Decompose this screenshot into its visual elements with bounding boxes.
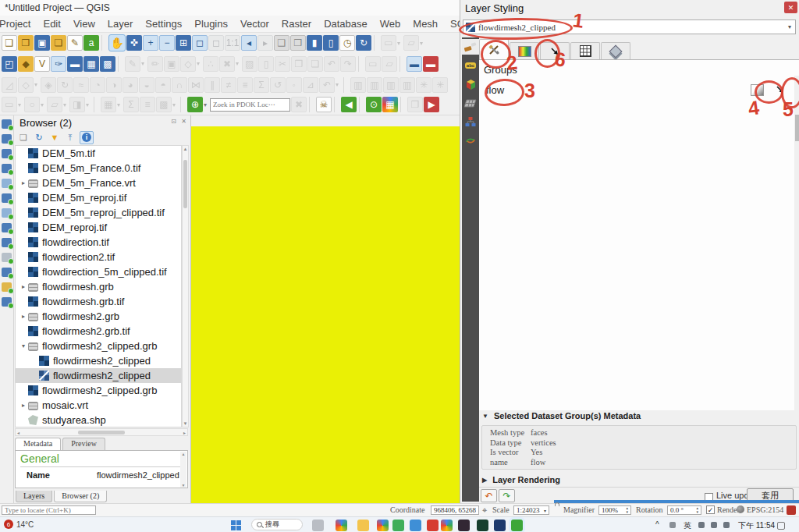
tray-app-icon[interactable] [669,522,676,528]
clock[interactable]: 下午 11:54 [738,520,775,531]
log-messages-icon[interactable] [787,505,796,515]
groups-scrollbar[interactable] [794,76,799,410]
scrollbar-thumb[interactable] [795,115,799,141]
taskbar-app-edge-icon[interactable] [410,520,421,531]
taskbar-app-5-icon[interactable] [392,520,404,531]
filter-browser-button[interactable]: ▼ [48,132,61,144]
share-layers-plugin-icon[interactable]: ◀ [341,97,357,112]
tree-item[interactable]: ▸flowdirmesh2.grb [16,309,181,324]
zoom-to-coordinates-plugin-icon[interactable]: ⊙ [366,97,382,112]
symbology-icon[interactable] [462,39,479,55]
tree-item[interactable]: flowdirmesh.grb.tif [16,294,181,309]
rotation-spinner[interactable]: 0.0 ° ▴▾ [667,505,701,515]
scroll-up-icon[interactable]: ▲ [182,452,186,456]
close-icon[interactable]: ✕ [784,2,797,13]
metadata-scrollbar[interactable]: ▲ ▼ [180,452,186,488]
network-icon[interactable] [698,522,705,528]
scale-combo[interactable]: 1:24023 ▾ [513,505,549,515]
tree-item[interactable]: ▸mosaic.vrt [16,398,181,413]
ime-indicator[interactable]: 英 [684,520,691,531]
contours-toggle-icon[interactable] [751,84,764,96]
tree-item[interactable]: DEM_5m.tif [16,146,181,161]
temporal-controller-icon[interactable]: ◷ [339,35,355,51]
expander-icon[interactable]: ▸ [19,402,28,409]
taskbar-app-qgis-icon[interactable] [511,520,523,531]
scroll-up-icon[interactable]: ▲ [183,147,188,151]
zoom-to-layer-icon[interactable]: ◻ [192,35,208,51]
add-mssql-layer-icon[interactable] [2,223,12,232]
taskbar-app-folder-icon[interactable] [357,520,369,531]
scrollbar-thumb[interactable] [183,160,187,208]
taskbar-app-10-icon[interactable] [477,520,488,531]
tree-item[interactable]: flowdirection_5m_clipped.tif [16,264,181,279]
expander-icon[interactable]: ▾ [19,342,28,349]
crs-value[interactable]: EPSG:2154 [747,505,783,514]
taskbar-app-1-icon[interactable] [312,520,324,531]
tab-contours[interactable] [510,42,539,59]
add-vector-layer-icon[interactable] [2,134,12,144]
pan-map-icon[interactable]: ✋ [108,34,126,51]
zoom-full-extent-icon[interactable]: ⊞ [176,35,191,51]
mesh-settings-icon[interactable] [462,95,479,111]
menu-settings[interactable]: Settings [139,18,188,30]
menu-scp[interactable]: SCP [444,18,460,30]
scroll-right-icon[interactable]: ▸ [183,430,186,435]
new-spatialite-layer-icon[interactable]: ✑ [51,56,66,72]
zoom-out-icon[interactable]: − [159,35,175,51]
taskbar-app-7-icon[interactable] [427,520,439,531]
tab-datasets[interactable] [479,39,509,59]
diagrams-icon[interactable] [462,114,479,129]
data-source-manager-icon[interactable] [2,119,12,129]
expander-icon[interactable]: ▸ [19,179,28,186]
new-shapefile-layer-icon[interactable]: V [34,56,50,72]
open-project-icon[interactable]: ❒ [18,35,34,51]
browser-horizontal-scrollbar[interactable]: ◂ ▸ [15,428,188,436]
tree-item[interactable]: DEM_5m_France.0.tif [16,161,181,176]
tree-item[interactable]: flowdirmesh2_clipped.grb [16,383,181,398]
tree-item[interactable]: flowdirection2.tif [16,250,181,264]
tab-metadata[interactable]: Metadata [15,438,61,450]
new-temporary-scratch-layer-icon[interactable]: ▬ [67,56,83,72]
windows-start-icon[interactable] [231,520,241,530]
add-oracle-layer-icon[interactable] [2,238,12,247]
menu-plugins[interactable]: Plugins [188,18,234,30]
new-geopackage-layer-icon[interactable]: ◆ [18,56,34,72]
collapse-all-button[interactable]: ⤒ [64,132,76,144]
redo-button[interactable]: ↷ [499,489,515,502]
tree-item[interactable]: DEM_reproj.tif [16,220,181,235]
tree-item[interactable]: flowdirmesh2_clipped [16,368,181,383]
dataset-group-row[interactable]: flow [479,80,799,99]
history-icon[interactable] [462,133,479,148]
expander-icon[interactable]: ▸ [19,283,28,290]
add-raster-layer-icon[interactable] [2,149,12,158]
show-bookmarks-icon[interactable]: ▯ [323,35,339,51]
locate-input[interactable] [2,505,96,515]
map-canvas[interactable] [191,126,460,503]
menu-layer[interactable]: Layer [101,18,140,30]
scroll-left-icon[interactable]: ◂ [17,430,20,435]
scroll-down-icon[interactable]: ▼ [183,421,188,426]
volume-icon[interactable] [711,522,717,528]
project-properties-icon[interactable]: ✎ [67,35,83,51]
scrollbar-thumb[interactable] [78,431,125,434]
browser-vertical-scrollbar[interactable]: ▲ ▼ [182,145,189,427]
labels-icon[interactable]: abc [462,58,479,73]
pin-unpin-labels-icon[interactable]: ▬ [423,56,439,72]
taskbar-app-8-icon[interactable] [441,520,453,531]
new-mesh-layer-icon[interactable]: ▩ [100,56,115,72]
menu-vector[interactable]: Vector [234,18,275,30]
notification-icon[interactable] [777,522,785,530]
spin-down-icon[interactable]: ▾ [626,510,628,514]
spin-down-icon[interactable]: ▾ [696,510,698,514]
tree-item[interactable]: ▾flowdirmesh2_clipped.grb [16,339,181,353]
metasearch-globe-icon[interactable]: ⊕ [187,97,203,112]
properties-widget-button[interactable]: i [80,131,94,144]
tree-item[interactable]: flowdirection.tif [16,235,181,250]
tree-item[interactable]: ▸flowdirmesh.grb [16,279,181,294]
taskbar-app-11-icon[interactable] [494,520,506,531]
add-wfs-layer-icon[interactable] [2,297,12,307]
save-project-as-icon[interactable]: ❏ [51,35,66,51]
taskbar-search[interactable]: 搜尋 [251,519,303,530]
add-selected-layers-button[interactable]: ❏ [17,132,30,144]
add-virtual-layer-icon[interactable] [2,253,12,262]
